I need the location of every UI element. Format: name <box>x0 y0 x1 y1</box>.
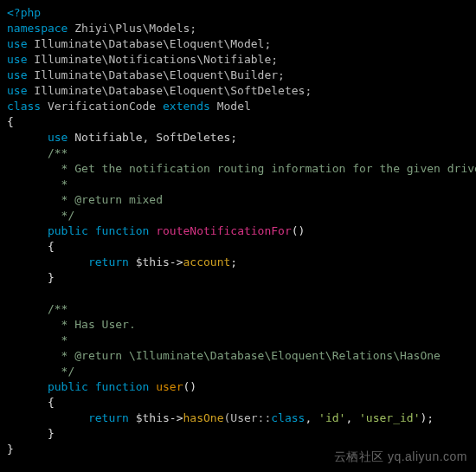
use-path-3: Illuminate\Database\Eloquent\Builder; <box>27 68 284 81</box>
string-literal-id: 'id' <box>318 411 345 424</box>
kw-use: use <box>7 68 27 81</box>
indent <box>7 146 48 159</box>
indent <box>7 271 48 284</box>
arrow-op: -> <box>170 255 183 268</box>
use-path-4: Illuminate\Database\Eloquent\SoftDeletes… <box>27 84 312 97</box>
comma: , <box>305 411 318 424</box>
parens: () <box>292 224 306 237</box>
indent <box>7 380 48 393</box>
indent <box>7 349 48 362</box>
indent <box>7 396 48 409</box>
kw-class-const: class <box>271 411 305 424</box>
extends-name: Model <box>210 100 251 113</box>
docblock-open: /** <box>48 146 68 159</box>
args-open: (User:: <box>223 411 271 424</box>
indent <box>7 427 48 440</box>
trait-names: Notifiable, SoftDeletes; <box>68 131 237 144</box>
comma: , <box>345 411 359 424</box>
kw-use: use <box>7 53 27 66</box>
indent <box>7 162 48 175</box>
semicolon: ; <box>427 411 434 424</box>
kw-return: return <box>88 411 129 424</box>
method-name-user: user <box>156 380 183 393</box>
kw-public: public <box>48 380 88 393</box>
docblock-line: * <box>48 333 68 346</box>
namespace-path: Zhiyi\Plus\Models; <box>68 22 196 35</box>
kw-use: use <box>7 37 27 50</box>
indent <box>7 224 48 237</box>
docblock-open: /** <box>48 302 68 315</box>
php-open-tag: <?php <box>7 6 41 19</box>
kw-use-traits: use <box>48 131 68 144</box>
indent <box>7 255 88 268</box>
indent <box>7 333 48 346</box>
var-this: $this <box>129 411 170 424</box>
kw-extends: extends <box>163 100 210 113</box>
docblock-line: * @return mixed <box>48 193 163 206</box>
kw-use: use <box>7 84 27 97</box>
code-editor-viewport: <?php namespace Zhiyi\Plus\Models; use I… <box>0 0 476 472</box>
class-name: VerificationCode <box>41 100 163 113</box>
method-name-routeNotificationFor: routeNotificationFor <box>156 224 292 237</box>
semicolon: ; <box>230 255 237 268</box>
brace-close: } <box>48 271 55 284</box>
brace-close: } <box>7 443 14 456</box>
prop-account: account <box>183 255 231 268</box>
indent <box>7 178 48 191</box>
indent <box>7 365 48 378</box>
kw-return: return <box>88 255 129 268</box>
kw-class: class <box>7 100 41 113</box>
docblock-close: */ <box>48 209 74 222</box>
indent <box>7 209 48 222</box>
docblock-close: */ <box>48 365 74 378</box>
brace-open: { <box>48 240 55 253</box>
indent <box>7 193 48 206</box>
use-path-2: Illuminate\Notifications\Notifiable; <box>27 53 278 66</box>
use-path-1: Illuminate\Database\Eloquent\Model; <box>27 37 271 50</box>
kw-namespace: namespace <box>7 22 68 35</box>
arrow-op: -> <box>170 411 183 424</box>
docblock-line: * Get the notification routing informati… <box>48 162 476 175</box>
indent <box>7 318 48 331</box>
kw-function: function <box>88 224 156 237</box>
indent <box>7 411 88 424</box>
docblock-line: * Has User. <box>48 318 136 331</box>
kw-public: public <box>48 224 88 237</box>
brace-close: } <box>48 427 55 440</box>
docblock-line: * <box>48 178 68 191</box>
method-hasOne: hasOne <box>183 411 224 424</box>
string-literal-user-id: 'user_id' <box>359 411 420 424</box>
indent <box>7 240 48 253</box>
kw-function: function <box>88 380 156 393</box>
indent <box>7 302 48 315</box>
code-block: <?php namespace Zhiyi\Plus\Models; use I… <box>0 0 476 462</box>
docblock-line: * @return \Illuminate\Database\Eloquent\… <box>48 349 441 362</box>
indent <box>7 131 48 144</box>
brace-open: { <box>7 115 14 128</box>
var-this: $this <box>129 255 170 268</box>
parens: () <box>183 380 197 393</box>
brace-open: { <box>48 396 55 409</box>
